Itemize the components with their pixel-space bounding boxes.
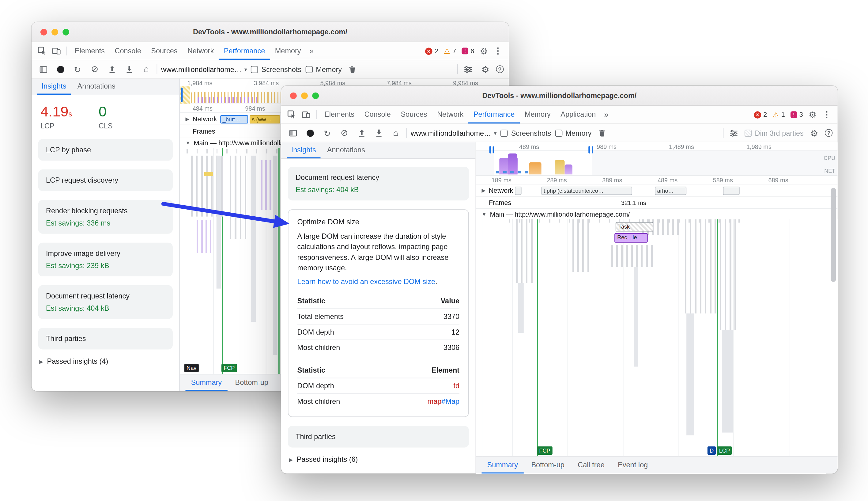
- lcp-metric[interactable]: 4.19s LCP: [41, 103, 72, 130]
- upload-profile-icon[interactable]: [105, 63, 118, 76]
- dim-third-parties-checkbox[interactable]: [744, 129, 751, 136]
- capture-settings-gear-icon[interactable]: [479, 64, 492, 74]
- cls-metric[interactable]: 0 CLS: [99, 103, 113, 130]
- toggle-sidebar-icon[interactable]: [36, 63, 50, 76]
- tab-sources[interactable]: Sources: [146, 42, 183, 60]
- errors-badge[interactable]: 2: [751, 110, 770, 118]
- issues-badge[interactable]: 6: [459, 47, 477, 55]
- tab-summary[interactable]: Summary: [481, 457, 523, 473]
- tab-event-log[interactable]: Event log: [612, 457, 653, 473]
- tab-elements[interactable]: Elements: [70, 42, 110, 60]
- tab-annotations[interactable]: Annotations: [323, 142, 369, 158]
- memory-checkbox[interactable]: [555, 129, 562, 136]
- toggle-sidebar-icon[interactable]: [286, 126, 299, 139]
- close-button[interactable]: [41, 29, 47, 35]
- help-icon[interactable]: [825, 129, 833, 137]
- kebab-menu-icon[interactable]: [819, 110, 834, 120]
- selection-handle-right[interactable]: [588, 146, 593, 153]
- screenshots-toggle[interactable]: Screenshots: [251, 65, 301, 73]
- insight-card-render-blocking[interactable]: Render blocking requests Est savings: 33…: [38, 200, 173, 234]
- insight-card-lcp-request-discovery[interactable]: LCP request discovery: [38, 169, 173, 191]
- tab-network[interactable]: Network: [432, 106, 469, 124]
- kebab-menu-icon[interactable]: [490, 46, 506, 56]
- selection-handle-left[interactable]: [489, 146, 494, 153]
- more-tabs-icon[interactable]: »: [601, 110, 612, 119]
- minimize-button[interactable]: [301, 92, 308, 99]
- flame-chart[interactable]: Task Rec…le FCP D LCP: [476, 220, 837, 457]
- network-request-chip[interactable]: _butt…: [220, 115, 248, 124]
- clear-icon[interactable]: [338, 126, 351, 139]
- more-tabs-icon[interactable]: »: [306, 46, 317, 55]
- trash-icon[interactable]: [595, 126, 609, 139]
- network-request-chip[interactable]: [515, 186, 522, 195]
- memory-checkbox[interactable]: [305, 66, 312, 73]
- element-link[interactable]: map#Map: [427, 397, 460, 405]
- insight-card-third-parties[interactable]: Third parties: [38, 328, 173, 349]
- frames-track[interactable]: Frames 321.1 ms: [476, 197, 837, 209]
- dim-third-parties-toggle[interactable]: Dim 3rd parties: [744, 129, 804, 137]
- warnings-badge[interactable]: 1: [770, 110, 788, 118]
- reload-record-icon[interactable]: [321, 126, 334, 139]
- tab-console[interactable]: Console: [359, 106, 396, 124]
- inspect-icon[interactable]: [284, 108, 299, 122]
- task-event-chip[interactable]: Task: [616, 222, 653, 232]
- main-thread-track[interactable]: Main — http://www.milliondollarhomepage.…: [476, 209, 837, 219]
- memory-toggle[interactable]: Memory: [305, 65, 342, 73]
- home-icon[interactable]: [139, 63, 153, 76]
- device-toolbar-icon[interactable]: [299, 108, 313, 122]
- settings-gear-icon[interactable]: [806, 109, 819, 120]
- learn-more-link[interactable]: Learn how to avoid an excessive DOM size: [297, 278, 435, 286]
- tab-bottom-up[interactable]: Bottom-up: [525, 457, 570, 473]
- download-profile-icon[interactable]: [372, 126, 385, 139]
- reload-record-icon[interactable]: [71, 63, 84, 76]
- errors-badge[interactable]: 2: [422, 47, 441, 55]
- home-icon[interactable]: [389, 126, 402, 139]
- record-icon[interactable]: [54, 63, 67, 76]
- upload-profile-icon[interactable]: [355, 126, 368, 139]
- insight-card-lcp-by-phase[interactable]: LCP by phase: [38, 139, 173, 161]
- tab-network[interactable]: Network: [183, 42, 219, 60]
- scrollbar-thumb[interactable]: [831, 188, 836, 282]
- minimize-button[interactable]: [52, 29, 58, 35]
- tab-performance[interactable]: Performance: [469, 106, 520, 124]
- issues-badge[interactable]: 3: [788, 110, 806, 118]
- network-request-chip[interactable]: t.php (c.statcounter.co…: [542, 186, 632, 195]
- insight-card-image-delivery[interactable]: Improve image delivery Est savings: 239 …: [38, 243, 173, 276]
- memory-toggle[interactable]: Memory: [555, 129, 592, 137]
- overview-selection-handle[interactable]: [181, 88, 183, 102]
- flame-settings-icon[interactable]: [462, 63, 475, 76]
- tab-annotations[interactable]: Annotations: [73, 79, 120, 95]
- device-toolbar-icon[interactable]: [49, 44, 64, 58]
- tab-insights[interactable]: Insights: [37, 79, 71, 95]
- insight-card-third-parties[interactable]: Third parties: [288, 426, 469, 447]
- element-link[interactable]: td: [454, 382, 460, 390]
- tab-call-tree[interactable]: Call tree: [572, 457, 610, 473]
- record-icon[interactable]: [303, 126, 316, 139]
- tab-application[interactable]: Application: [556, 106, 601, 124]
- tab-sources[interactable]: Sources: [396, 106, 432, 124]
- trash-icon[interactable]: [346, 63, 359, 76]
- passed-insights-toggle[interactable]: Passed insights (4): [32, 349, 180, 373]
- insight-card-doc-latency[interactable]: Document request latency Est savings: 40…: [288, 167, 469, 200]
- clear-icon[interactable]: [88, 63, 101, 76]
- tab-memory[interactable]: Memory: [270, 42, 306, 60]
- screenshots-toggle[interactable]: Screenshots: [500, 129, 551, 137]
- zoom-button[interactable]: [63, 29, 69, 35]
- tab-bottom-up[interactable]: Bottom-up: [229, 374, 274, 391]
- capture-settings-gear-icon[interactable]: [807, 128, 821, 138]
- network-request-chip[interactable]: [723, 186, 739, 195]
- network-track[interactable]: Network t.php (c.statcounter.co… arho…: [476, 184, 837, 197]
- help-icon[interactable]: [496, 65, 503, 73]
- tab-console[interactable]: Console: [110, 42, 146, 60]
- insight-card-doc-latency[interactable]: Document request latency Est savings: 40…: [38, 285, 173, 319]
- close-button[interactable]: [290, 92, 297, 99]
- page-select[interactable]: www.milliondollarhome…: [411, 129, 497, 137]
- screenshots-checkbox[interactable]: [500, 129, 508, 136]
- tab-summary[interactable]: Summary: [185, 374, 227, 391]
- timeline-overview[interactable]: 489 ms 989 ms 1,489 ms 1,989 ms: [476, 142, 837, 175]
- vertical-scrollbar[interactable]: [830, 182, 836, 451]
- page-select[interactable]: www.milliondollarhome…: [161, 65, 247, 73]
- flame-settings-icon[interactable]: [727, 126, 740, 139]
- tab-elements[interactable]: Elements: [319, 106, 360, 124]
- recalculate-style-chip[interactable]: Rec…le: [615, 233, 648, 243]
